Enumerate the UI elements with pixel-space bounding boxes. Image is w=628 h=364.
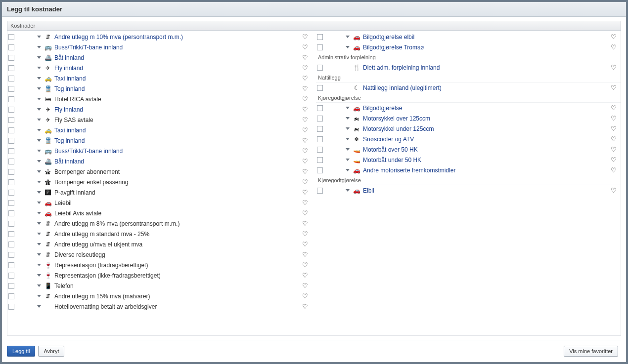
chevron-down-icon[interactable] [37,295,41,297]
chevron-down-icon[interactable] [37,305,41,308]
row-label[interactable]: Leiebil [54,200,301,206]
row-checkbox[interactable] [8,55,14,61]
row-label[interactable]: Bompenger enkel passering [54,179,301,186]
chevron-down-icon[interactable] [37,284,41,287]
chevron-down-icon[interactable] [346,169,350,171]
row-checkbox[interactable] [317,65,323,71]
row-label[interactable]: Bilgodtgjørelse Tromsø [363,44,610,51]
row-checkbox[interactable] [8,210,14,216]
chevron-down-icon[interactable] [37,139,41,142]
favorite-heart-icon[interactable]: ♡ [301,116,309,123]
row-checkbox[interactable] [8,96,14,102]
row-checkbox[interactable] [8,273,14,279]
row-checkbox[interactable] [317,116,323,121]
chevron-down-icon[interactable] [346,159,350,161]
favorite-heart-icon[interactable]: ♡ [301,75,309,82]
favorite-heart-icon[interactable]: ♡ [301,292,309,300]
favorite-heart-icon[interactable]: ♡ [301,43,309,51]
favorite-heart-icon[interactable]: ♡ [301,158,309,165]
chevron-down-icon[interactable] [37,253,41,256]
chevron-down-icon[interactable] [346,46,350,48]
chevron-down-icon[interactable] [37,222,41,225]
show-favorites-button[interactable]: Vis mine favoritter [564,346,618,357]
row-checkbox[interactable] [317,157,323,163]
favorite-heart-icon[interactable]: ♡ [301,126,309,134]
chevron-down-icon[interactable] [37,150,41,152]
favorite-heart-icon[interactable]: ♡ [301,137,309,144]
chevron-down-icon[interactable] [346,36,350,38]
chevron-down-icon[interactable] [37,181,41,183]
row-checkbox[interactable] [8,169,14,175]
row-checkbox[interactable] [317,85,323,91]
row-label[interactable]: Motorsykkel over 125ccm [363,115,610,122]
row-label[interactable]: Hotellovernatting betalt av arbeidsgiver [54,303,301,310]
row-checkbox[interactable] [8,262,14,268]
row-label[interactable]: Fly innland [54,65,301,72]
favorite-heart-icon[interactable]: ♡ [301,85,309,92]
favorite-heart-icon[interactable]: ♡ [301,241,309,248]
row-label[interactable]: Tog innland [54,137,301,144]
favorite-heart-icon[interactable]: ♡ [301,33,309,40]
chevron-down-icon[interactable] [37,129,41,131]
row-checkbox[interactable] [8,138,14,144]
row-label[interactable]: Tog innland [54,85,301,92]
row-label[interactable]: Representasjon (fradragsberettiget) [54,262,301,269]
row-checkbox[interactable] [8,107,14,113]
chevron-down-icon[interactable] [346,107,350,109]
row-checkbox[interactable] [8,221,14,227]
favorite-heart-icon[interactable]: ♡ [301,178,309,186]
chevron-down-icon[interactable] [37,264,41,266]
chevron-down-icon[interactable] [346,127,350,130]
row-label[interactable]: Andre utlegg m 10% mva (persontransport … [54,34,301,40]
chevron-down-icon[interactable] [37,56,41,59]
chevron-down-icon[interactable] [37,202,41,204]
favorite-heart-icon[interactable]: ♡ [301,147,309,155]
favorite-heart-icon[interactable]: ♡ [301,209,309,217]
chevron-down-icon[interactable] [37,191,41,194]
favorite-heart-icon[interactable]: ♡ [610,84,618,91]
row-label[interactable]: Båt innland [54,158,301,165]
chevron-down-icon[interactable] [346,148,350,151]
row-label[interactable]: Fly SAS avtale [54,117,301,123]
favorite-heart-icon[interactable]: ♡ [610,115,618,122]
row-label[interactable]: Taxi innland [54,75,301,82]
row-checkbox[interactable] [8,293,14,299]
favorite-heart-icon[interactable]: ♡ [610,43,618,51]
row-checkbox[interactable] [8,159,14,164]
row-label[interactable]: Buss/Trikk/T-bane innland [54,148,301,155]
row-label[interactable]: Andre motoriserte fremkomstmidler [363,167,610,174]
favorite-heart-icon[interactable]: ♡ [301,95,309,103]
chevron-down-icon[interactable] [37,46,41,48]
favorite-heart-icon[interactable]: ♡ [610,187,618,194]
row-label[interactable]: Motorsykkel under 125ccm [363,125,610,132]
row-checkbox[interactable] [317,147,323,153]
row-label[interactable]: Andre utlegg m standard mva - 25% [54,231,301,238]
row-checkbox[interactable] [8,44,14,50]
row-label[interactable]: Diett adm. forpleining innland [363,64,610,71]
chevron-down-icon[interactable] [37,108,41,111]
chevron-down-icon[interactable] [37,212,41,214]
row-label[interactable]: P-avgift innland [54,189,301,196]
row-checkbox[interactable] [8,127,14,133]
row-checkbox[interactable] [8,148,14,154]
row-checkbox[interactable] [8,86,14,92]
row-checkbox[interactable] [317,167,323,173]
favorite-heart-icon[interactable]: ♡ [301,251,309,258]
row-label[interactable]: Telefon [54,283,301,289]
row-checkbox[interactable] [8,179,14,185]
row-checkbox[interactable] [8,76,14,81]
favorite-heart-icon[interactable]: ♡ [610,156,618,163]
favorite-heart-icon[interactable]: ♡ [610,125,618,132]
row-checkbox[interactable] [8,200,14,206]
favorite-heart-icon[interactable]: ♡ [610,33,618,40]
row-checkbox[interactable] [8,242,14,247]
chevron-down-icon[interactable] [346,138,350,140]
row-checkbox[interactable] [317,136,323,142]
row-label[interactable]: Leiebil Avis avtale [54,210,301,217]
cancel-button[interactable]: Avbryt [38,346,64,357]
chevron-down-icon[interactable] [37,87,41,90]
row-checkbox[interactable] [317,188,323,194]
chevron-down-icon[interactable] [37,274,41,277]
favorite-heart-icon[interactable]: ♡ [301,168,309,175]
row-label[interactable]: Motorbåt over 50 HK [363,146,610,153]
